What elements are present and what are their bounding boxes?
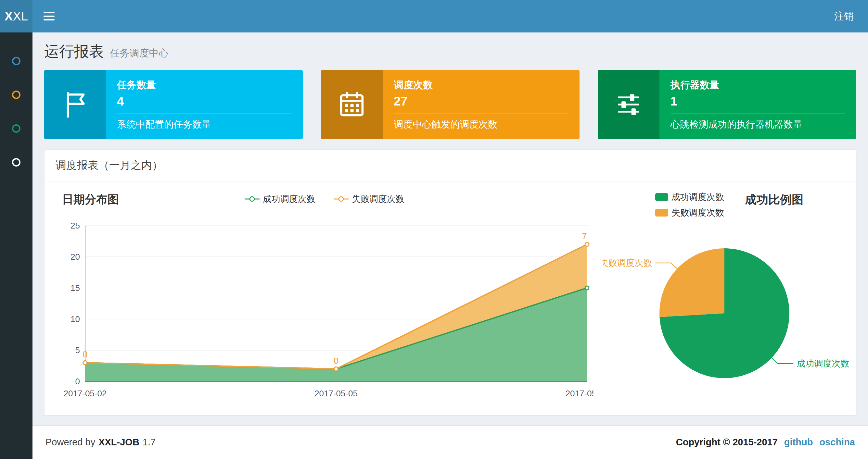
report-panel: 调度报表（一月之内） 日期分布图 成功调度次数 (44, 149, 856, 416)
circle-outline-icon (12, 158, 21, 166)
svg-text:7: 7 (582, 231, 587, 241)
svg-text:20: 20 (70, 252, 80, 262)
line-marker-icon (245, 196, 259, 202)
page-subtitle: 任务调度中心 (110, 48, 168, 59)
circle-outline-icon (12, 57, 21, 65)
report-panel-title: 调度报表（一月之内） (44, 150, 856, 182)
svg-text:2017-05-08: 2017-05-08 (565, 389, 594, 398)
stat-description: 心跳检测成功的执行器机器数量 (671, 118, 845, 131)
line-chart-svg: 05101520252017-05-022017-05-052017-05-08… (54, 212, 593, 407)
date-distribution-chart: 日期分布图 成功调度次数 (46, 187, 602, 407)
sidebar-item-2[interactable] (0, 78, 32, 112)
circle-outline-icon (12, 124, 21, 133)
svg-text:0: 0 (75, 376, 80, 386)
main-content: 运行报表 任务调度中心 任务数量 4 系统中配置的任务数量 (32, 32, 868, 416)
svg-text:2017-05-02: 2017-05-02 (64, 389, 107, 398)
divider (117, 113, 292, 114)
svg-text:5: 5 (75, 346, 80, 355)
calendar-icon (321, 70, 383, 139)
stat-value: 4 (117, 95, 292, 108)
top-navbar: XXL 注销 (0, 0, 868, 32)
page-title: 运行报表 (44, 43, 104, 60)
line-chart-legend: 成功调度次数 失败调度次数 (46, 187, 602, 205)
stat-boxes-row: 任务数量 4 系统中配置的任务数量 调度次数 27 (32, 70, 868, 139)
flag-icon (44, 70, 106, 139)
oschina-link[interactable]: oschina (819, 437, 855, 448)
logout-button[interactable]: 注销 (820, 0, 868, 32)
pie-chart-svg: 成功调度次数失败调度次数 (602, 222, 856, 404)
sidebar-toggle-icon[interactable] (32, 0, 66, 32)
stat-description: 系统中配置的任务数量 (117, 118, 292, 131)
copyright-text: Copyright © 2015-2017 (676, 437, 778, 448)
sidebar-item-4[interactable] (0, 145, 32, 179)
circle-outline-icon (12, 91, 21, 99)
brand-version: 1.7 (143, 437, 156, 448)
stat-description: 调度中心触发的调度次数 (394, 118, 568, 131)
stat-value: 27 (394, 95, 568, 108)
legend-swatch-icon (655, 193, 668, 201)
stat-title: 任务数量 (117, 78, 292, 92)
success-ratio-chart: 成功调度次数 失败调度次数 成功比例图 成功调度次数失败调度次数 (602, 187, 856, 407)
legend-item-success[interactable]: 成功调度次数 (655, 191, 724, 203)
svg-text:25: 25 (70, 221, 80, 230)
app-logo-rest: XL (13, 9, 28, 23)
app-logo[interactable]: XXL (0, 0, 32, 32)
stat-box-jobs: 任务数量 4 系统中配置的任务数量 (44, 70, 303, 139)
github-link[interactable]: github (784, 437, 813, 448)
svg-text:成功调度次数: 成功调度次数 (797, 359, 849, 368)
footer: Powered by XXL-JOB 1.7 Copyright © 2015-… (32, 425, 868, 459)
stat-title: 执行器数量 (671, 78, 845, 92)
sidebar (0, 32, 32, 459)
app-logo-bold: X (4, 9, 13, 23)
line-marker-icon (334, 196, 348, 202)
svg-text:15: 15 (70, 283, 80, 293)
divider (394, 113, 568, 114)
legend-item-success[interactable]: 成功调度次数 (245, 193, 315, 205)
stat-value: 1 (671, 95, 845, 108)
svg-text:失败调度次数: 失败调度次数 (602, 258, 652, 268)
svg-text:0: 0 (334, 356, 339, 366)
stat-box-triggers: 调度次数 27 调度中心触发的调度次数 (321, 70, 580, 139)
divider (671, 113, 845, 114)
legend-swatch-icon (655, 209, 668, 217)
pie-chart-title: 成功比例图 (745, 192, 803, 208)
powered-by: Powered by XXL-JOB 1.7 (45, 437, 156, 448)
svg-text:2017-05-05: 2017-05-05 (314, 389, 358, 398)
pie-chart-legend: 成功调度次数 失败调度次数 (655, 191, 724, 219)
page-header: 运行报表 任务调度中心 (32, 32, 868, 70)
svg-text:0: 0 (83, 350, 87, 359)
legend-item-fail[interactable]: 失败调度次数 (655, 207, 724, 219)
brand-name: XXL-JOB (98, 437, 140, 448)
legend-item-fail[interactable]: 失败调度次数 (334, 193, 404, 205)
line-chart-title: 日期分布图 (62, 192, 119, 207)
sidebar-item-1[interactable] (0, 44, 32, 78)
svg-text:10: 10 (70, 314, 80, 324)
stat-box-executors: 执行器数量 1 心跳检测成功的执行器机器数量 (598, 70, 856, 139)
stat-title: 调度次数 (394, 78, 568, 92)
sliders-icon (598, 70, 659, 139)
sidebar-item-3[interactable] (0, 112, 32, 145)
